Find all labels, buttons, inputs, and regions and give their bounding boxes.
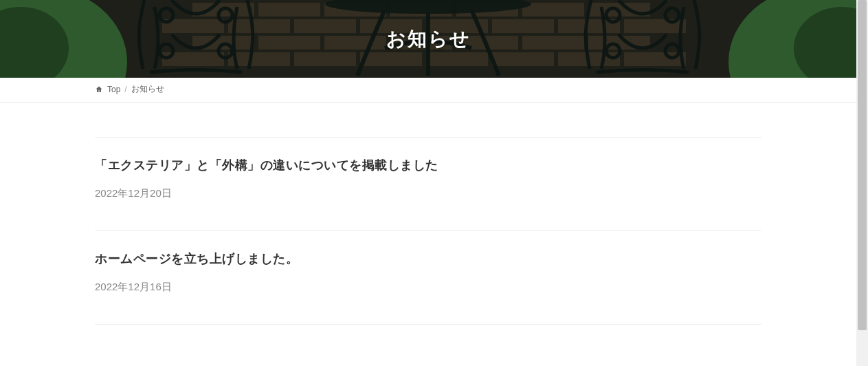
breadcrumb-current: お知らせ <box>131 83 164 95</box>
page: お知らせ Top / お知らせ 「エクステリア」と「外構」の違いについてを掲載し… <box>0 0 856 366</box>
post-item[interactable]: 「エクステリア」と「外構」の違いについてを掲載しました 2022年12月20日 <box>95 137 761 230</box>
posts-list: 「エクステリア」と「外構」の違いについてを掲載しました 2022年12月20日 … <box>88 103 768 325</box>
post-date: 2022年12月20日 <box>95 187 761 200</box>
post-title: 「エクステリア」と「外構」の違いについてを掲載しました <box>95 157 761 173</box>
post-date: 2022年12月16日 <box>95 281 761 294</box>
breadcrumb-home-link[interactable]: Top <box>107 85 120 94</box>
vertical-scrollbar[interactable] <box>856 0 868 366</box>
hero-banner: お知らせ <box>0 0 856 78</box>
breadcrumb-bar: Top / お知らせ <box>0 78 856 103</box>
scrollbar-thumb[interactable] <box>858 0 867 330</box>
page-title: お知らせ <box>386 26 471 52</box>
post-title: ホームページを立ち上げしました。 <box>95 250 761 267</box>
breadcrumb: Top / お知らせ <box>88 78 768 102</box>
post-item[interactable]: ホームページを立ち上げしました。 2022年12月16日 <box>95 230 761 325</box>
home-icon <box>95 85 103 94</box>
viewport: お知らせ Top / お知らせ 「エクステリア」と「外構」の違いについてを掲載し… <box>0 0 868 366</box>
breadcrumb-separator: / <box>124 85 126 94</box>
